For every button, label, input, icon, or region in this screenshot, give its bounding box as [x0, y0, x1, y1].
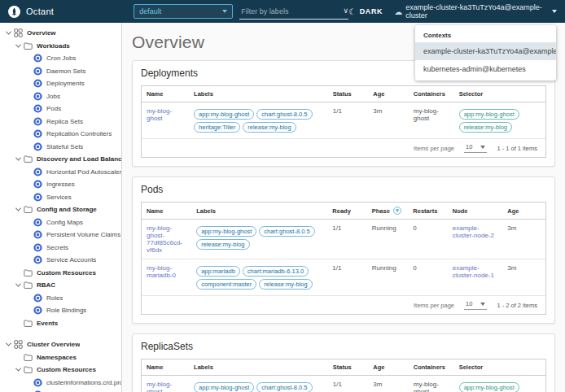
sidebar-item[interactable]: Config Maps: [0, 216, 121, 229]
sidebar-item[interactable]: Namespaces: [0, 351, 121, 364]
sidebar-item[interactable]: Cron Jobs: [0, 52, 121, 65]
column-header: Name: [142, 359, 189, 376]
page-size-value: 10: [466, 300, 472, 307]
sidebar-item[interactable]: Service Accounts: [0, 254, 121, 267]
sidebar-item-label: Deployments: [46, 80, 85, 87]
chevron-down-icon[interactable]: [3, 342, 13, 346]
column-header-label: Age: [373, 90, 384, 98]
resource-link[interactable]: my-blog-ghost-77df85c6cd: [147, 381, 180, 392]
label-badge[interactable]: heritage:Tiller: [194, 122, 240, 133]
resource-link[interactable]: my-blog-mariadb-0: [147, 264, 176, 279]
sidebar-item[interactable]: Workloads: [0, 40, 121, 53]
sidebar-item[interactable]: Persistent Volume Claims: [0, 229, 121, 242]
card-title: ReplicaSets: [133, 334, 554, 359]
chevron-down-icon[interactable]: [13, 283, 23, 287]
sidebar-item[interactable]: Config and Storage: [0, 203, 121, 216]
sidebar-item[interactable]: Stateful Sets: [0, 141, 121, 154]
label-badge[interactable]: chart:ghost-8.0.5: [256, 382, 312, 392]
sidebar-item[interactable]: Events: [0, 317, 121, 330]
filter-input[interactable]: [239, 7, 339, 16]
column-header-label: Restarts: [413, 207, 437, 215]
sidebar-item[interactable]: Secrets: [0, 242, 121, 255]
column-header-label: Selector: [459, 364, 484, 371]
column-header: Selector: [454, 359, 545, 376]
chevron-down-icon[interactable]: [13, 368, 23, 372]
items-per-page-label: Items per page: [414, 145, 454, 152]
label-badge[interactable]: app:my-blog-ghost: [194, 109, 254, 120]
table-cell: my-blog-ghost-77df85c6cd: [142, 376, 189, 392]
resource-link[interactable]: example-cluster-node-2: [453, 224, 494, 239]
label-badge[interactable]: release:my-blog: [196, 239, 249, 250]
resource-link[interactable]: example-cluster-node-1: [453, 264, 494, 279]
sidebar-item[interactable]: Horizontal Pod Autoscalers: [0, 166, 121, 179]
cell-text: 0: [413, 264, 416, 272]
column-header: Containers: [409, 86, 454, 102]
sidebar-item[interactable]: Jobs: [0, 90, 121, 103]
label-badge[interactable]: component:master: [196, 279, 256, 290]
sidebar-item[interactable]: Replica Sets: [0, 115, 121, 128]
filter-icon[interactable]: [393, 207, 401, 215]
resource-icon: [33, 129, 43, 138]
chevron-down-icon[interactable]: [13, 207, 23, 211]
cell-text: my-blog-ghost: [414, 107, 439, 122]
table-cell: 3m: [368, 376, 408, 392]
sidebar-item[interactable]: Discovery and Load Balancing: [0, 153, 121, 166]
resource-link[interactable]: my-blog-ghost: [147, 107, 172, 122]
sidebar-item[interactable]: Roles: [0, 292, 121, 305]
context-option[interactable]: example-cluster-ka3TuTzYo4a@example-clu.…: [415, 42, 556, 60]
cell-text: 1/1: [333, 381, 342, 388]
label-badge[interactable]: app:my-blog-ghost: [196, 226, 256, 237]
column-header-label: Name: [147, 364, 163, 371]
sidebar-item[interactable]: Cluster Overview: [0, 338, 121, 351]
sidebar-item[interactable]: Pods: [0, 102, 121, 115]
label-badge[interactable]: app:my-blog-ghost: [194, 382, 254, 392]
table-cell: 1/1: [328, 102, 368, 139]
sidebar-item[interactable]: Custom Resources: [0, 267, 121, 280]
sidebar-item[interactable]: csidrivers.csi.storage.k8s.io: [0, 389, 121, 392]
table-cell: my-blog-ghost: [142, 102, 189, 139]
context-option[interactable]: kubernetes-admin@kubernetes: [415, 60, 556, 78]
label-filter[interactable]: ∨: [239, 4, 348, 20]
namespace-select[interactable]: default: [134, 4, 233, 19]
label-badge[interactable]: release:my-blog: [259, 279, 312, 290]
sidebar-item[interactable]: Ingresses: [0, 178, 121, 191]
column-header: Phase: [367, 203, 409, 220]
chevron-down-icon: [480, 303, 485, 306]
context-switcher-label: example-cluster-ka3TuTzYo4a@example-clus…: [405, 3, 549, 20]
resource-link[interactable]: my-blog-ghost-77df85c6cd-vf6dx: [147, 224, 182, 254]
sidebar-item[interactable]: Role Bindings: [0, 304, 121, 317]
chevron-down-icon[interactable]: [3, 31, 13, 35]
label-badge[interactable]: chart:mariadb-6.13.0: [243, 266, 309, 277]
label-badge[interactable]: chart:ghost-8.0.5: [259, 226, 314, 237]
table-cell: my-blog-ghost: [409, 376, 454, 392]
resource-icon: [33, 92, 43, 101]
page-size-select[interactable]: 10: [464, 300, 487, 310]
table-cell: 3m: [502, 259, 545, 296]
sidebar-item[interactable]: Overview: [0, 27, 121, 40]
chevron-down-icon[interactable]: [13, 44, 23, 48]
theme-toggle[interactable]: ☾ DARK: [348, 7, 383, 16]
table-cell: app:my-blog-ghostchart:ghost-8.0.5releas…: [191, 220, 327, 259]
resource-icon: [33, 255, 43, 264]
selector-badge[interactable]: release:my-blog: [459, 122, 512, 133]
chevron-down-icon[interactable]: [13, 157, 23, 161]
apps-icon: [13, 340, 24, 349]
sidebar-item[interactable]: Custom Resources: [0, 364, 121, 377]
context-switcher[interactable]: ☁ example-cluster-ka3TuTzYo4a@example-cl…: [394, 3, 557, 20]
sidebar-item[interactable]: Services: [0, 191, 121, 204]
label-badge[interactable]: release:my-blog: [243, 122, 296, 133]
selector-badge[interactable]: app:my-blog-ghost: [459, 109, 519, 120]
sidebar-item[interactable]: Deployments: [0, 77, 121, 90]
cell-text: 3m: [507, 224, 516, 232]
sidebar-item[interactable]: clusterinformations.crd.projec: [0, 377, 121, 390]
sidebar-item[interactable]: Replication Controllers: [0, 128, 121, 141]
selector-badge[interactable]: app:my-blog-ghost: [459, 382, 519, 392]
sidebar-item[interactable]: RBAC: [0, 279, 121, 292]
sidebar-item-label: Events: [37, 320, 58, 327]
label-badge[interactable]: chart:ghost-8.0.5: [256, 109, 312, 120]
sidebar-item[interactable]: Daemon Sets: [0, 65, 121, 78]
label-badge[interactable]: app:mariadb: [196, 266, 240, 277]
page-size-select[interactable]: 10: [464, 143, 487, 153]
chevron-down-icon[interactable]: ∨: [344, 7, 349, 15]
table-cell: 1/1: [327, 259, 366, 296]
